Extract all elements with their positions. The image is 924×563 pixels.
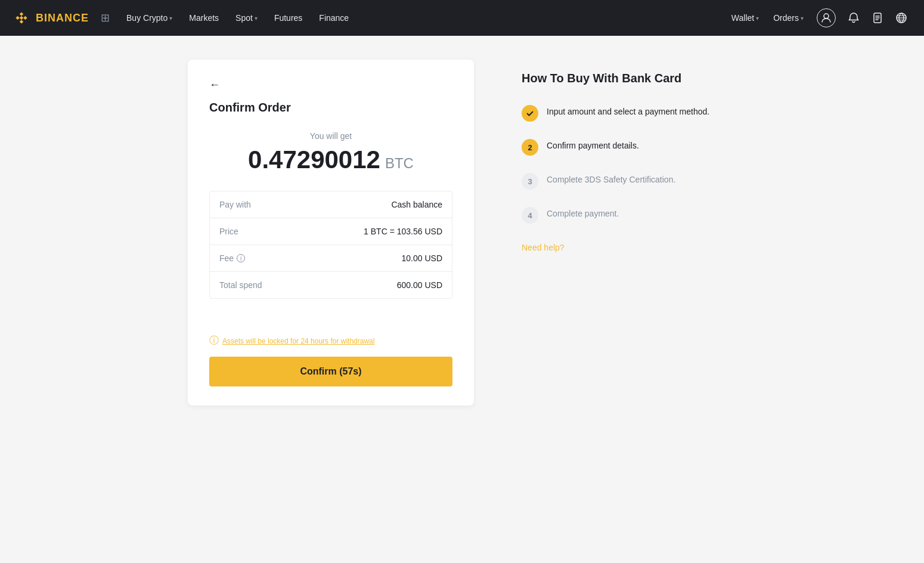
warning-row: ⓘ Assets will be locked for 24 hours for… [209,335,452,347]
order-title: Confirm Order [209,101,452,115]
step-badge-4: 4 [522,207,538,224]
warning-icon: ⓘ [209,335,219,347]
document-icon[interactable] [867,7,888,29]
nav-links: Buy Crypto ▾ Markets Spot ▾ Futures Fina… [119,8,725,27]
avatar [817,8,836,27]
detail-value-price: 1 BTC = 103.56 USD [364,227,442,236]
btc-amount-row: 0.47290012 BTC [209,146,452,174]
need-help-link[interactable]: Need help? [522,243,565,252]
step-badge-1 [522,105,538,122]
svg-point-1 [824,14,829,18]
step-badge-2: 2 [522,139,538,156]
step-text-3: Complete 3DS Safety Certification. [547,172,675,184]
nav-futures[interactable]: Futures [267,8,309,27]
nav-right: Wallet ▾ Orders ▾ [725,4,912,32]
step-badge-3: 3 [522,173,538,190]
detail-label-total: Total spend [219,280,262,290]
btc-amount: 0.47290012 [248,146,380,174]
orders-menu[interactable]: Orders ▾ [767,8,810,27]
step-item-1: Input amount and select a payment method… [522,104,736,122]
detail-row-pay-with: Pay with Cash balance [210,191,452,218]
detail-value-fee: 10.00 USD [402,253,442,263]
detail-row-fee: Fee i 10.00 USD [210,245,452,272]
confirm-button[interactable]: Confirm (57s) [209,357,452,386]
back-button[interactable]: ← [209,79,224,91]
warning-link[interactable]: Assets will be locked for 24 hours for w… [222,337,374,345]
step-item-3: 3 Complete 3DS Safety Certification. [522,172,736,190]
chevron-down-icon: ▾ [756,15,759,21]
nav-markets[interactable]: Markets [182,8,226,27]
btc-symbol: BTC [385,155,414,172]
detail-row-price: Price 1 BTC = 103.56 USD [210,218,452,245]
order-details: Pay with Cash balance Price 1 BTC = 103.… [209,191,452,299]
step-text-1: Input amount and select a payment method… [547,104,709,116]
logo-text: BINANCE [36,12,89,24]
detail-label-fee: Fee i [219,253,245,263]
wallet-menu[interactable]: Wallet ▾ [725,8,765,27]
you-will-get-label: You will get [209,131,452,141]
navbar: BINANCE ⊞ Buy Crypto ▾ Markets Spot ▾ Fu… [0,0,924,36]
detail-row-total: Total spend 600.00 USD [210,272,452,298]
chevron-down-icon: ▾ [801,15,804,21]
grid-icon[interactable]: ⊞ [101,11,110,24]
logo[interactable]: BINANCE [12,8,89,27]
detail-value-total: 600.00 USD [397,280,442,290]
notification-icon[interactable] [843,7,864,29]
detail-label-pay-with: Pay with [219,200,251,209]
nav-buy-crypto[interactable]: Buy Crypto ▾ [119,8,179,27]
step-text-4: Complete payment. [547,206,619,218]
chevron-down-icon: ▾ [169,15,172,21]
detail-label-price: Price [219,227,238,236]
order-card: ← Confirm Order You will get 0.47290012 … [188,60,474,406]
step-item-2: 2 Confirm payment details. [522,138,736,156]
nav-finance[interactable]: Finance [312,8,356,27]
step-text-2: Confirm payment details. [547,138,639,150]
how-to-buy-title: How To Buy With Bank Card [522,72,736,85]
nav-spot[interactable]: Spot ▾ [228,8,265,27]
fee-info-icon[interactable]: i [237,254,245,262]
chevron-down-icon: ▾ [255,15,258,21]
step-item-4: 4 Complete payment. [522,206,736,224]
detail-value-pay-with: Cash balance [391,200,442,209]
steps-list: Input amount and select a payment method… [522,104,736,224]
globe-icon[interactable] [891,7,912,29]
profile-icon[interactable] [812,4,841,32]
how-to-buy-panel: How To Buy With Bank Card Input amount a… [522,60,736,253]
main-content: ← Confirm Order You will get 0.47290012 … [0,36,924,429]
